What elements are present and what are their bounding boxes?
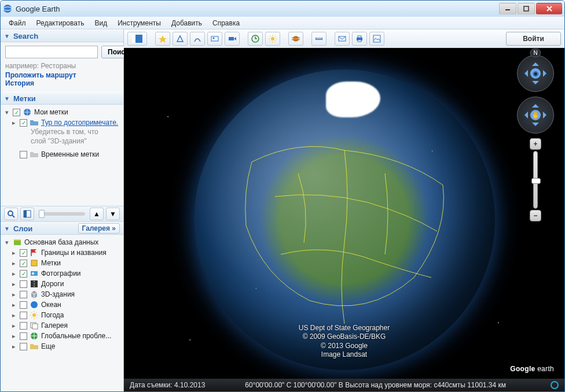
- chevron-down-icon: ▼: [4, 225, 10, 232]
- list-item[interactable]: ▸Метки: [10, 258, 121, 268]
- maximize-button[interactable]: [518, 3, 535, 14]
- find-button[interactable]: [4, 208, 18, 220]
- photo-icon: [30, 269, 39, 278]
- search-input[interactable]: [5, 46, 98, 58]
- expand-icon[interactable]: ▸: [10, 280, 17, 288]
- list-item[interactable]: ▸Дороги: [10, 279, 121, 289]
- email-button[interactable]: [335, 32, 350, 46]
- north-label[interactable]: N: [530, 49, 541, 57]
- search-hint: например: Рестораны: [5, 62, 119, 70]
- checkbox[interactable]: [13, 109, 20, 116]
- checkbox[interactable]: [20, 270, 27, 278]
- layers-panel-header[interactable]: ▼ Слои Галерея »: [1, 222, 123, 235]
- expand-icon[interactable]: ▸: [10, 260, 17, 267]
- list-item[interactable]: ▸Океан: [10, 299, 121, 310]
- expand-icon[interactable]: ▸: [10, 119, 17, 127]
- expand-icon[interactable]: ▸: [10, 249, 17, 257]
- menu-view[interactable]: Вид: [90, 18, 112, 28]
- pan-control[interactable]: ✋: [517, 97, 554, 134]
- list-item[interactable]: ▾ Основная база данных: [3, 237, 121, 247]
- globe-icon: [30, 331, 39, 341]
- expand-icon[interactable]: ▸: [10, 270, 17, 278]
- menu-add[interactable]: Добавить: [167, 18, 207, 28]
- record-tour-button[interactable]: [225, 32, 240, 46]
- checkbox[interactable]: [20, 249, 27, 257]
- checkbox[interactable]: [20, 343, 27, 350]
- sidebar-toggle-button[interactable]: [127, 32, 147, 46]
- image-overlay-button[interactable]: [207, 32, 222, 46]
- look-compass[interactable]: N ◉: [517, 55, 554, 92]
- pan-right[interactable]: [543, 112, 550, 119]
- ruler-button[interactable]: [311, 32, 326, 46]
- zoom-out-button[interactable]: −: [530, 210, 541, 221]
- list-item[interactable]: ▸Фотографии: [10, 268, 121, 279]
- history-link[interactable]: История: [5, 79, 34, 87]
- pan-left[interactable]: [521, 112, 528, 119]
- pan-down[interactable]: [532, 123, 539, 130]
- expand-icon[interactable]: ▸: [10, 322, 17, 330]
- directions-link[interactable]: Проложить маршрут: [5, 71, 76, 79]
- menu-file[interactable]: Файл: [4, 18, 31, 28]
- checkbox[interactable]: [20, 260, 27, 267]
- opacity-slider[interactable]: [39, 212, 85, 216]
- checkbox[interactable]: [20, 301, 27, 309]
- checkbox[interactable]: [20, 119, 27, 127]
- checkbox[interactable]: [20, 332, 27, 340]
- signin-button[interactable]: Войти: [506, 32, 561, 46]
- list-item[interactable]: Временные метки: [10, 149, 121, 160]
- pan-up[interactable]: [532, 101, 539, 108]
- list-item[interactable]: ▸Галерея: [10, 320, 121, 331]
- look-right[interactable]: [543, 70, 550, 77]
- close-button[interactable]: [536, 3, 562, 14]
- print-button[interactable]: [352, 32, 367, 46]
- expand-icon[interactable]: ▸: [10, 312, 17, 319]
- expand-icon[interactable]: ▾: [3, 239, 10, 246]
- expand-icon[interactable]: ▾: [3, 109, 10, 116]
- history-button[interactable]: [248, 32, 263, 46]
- places-panel-header[interactable]: ▼ Метки: [1, 92, 123, 105]
- list-item[interactable]: ▸ Тур по достопримечате.: [10, 117, 121, 128]
- planet-button[interactable]: [288, 32, 303, 46]
- down-button[interactable]: ▼: [106, 208, 120, 220]
- list-item[interactable]: ▸Еще: [10, 341, 121, 352]
- zoom-slider[interactable]: [533, 151, 538, 209]
- search-panel-header[interactable]: ▼ Search: [1, 29, 123, 42]
- save-image-button[interactable]: [369, 32, 384, 46]
- sun-button[interactable]: [265, 32, 280, 46]
- label[interactable]: Тур по достопримечате.: [41, 119, 118, 127]
- list-item[interactable]: ▸Границы и названия: [10, 247, 121, 258]
- map-canvas[interactable]: US Dept of State Geographer © 2009 GeoBa…: [124, 48, 564, 391]
- toggle-panel-button[interactable]: [20, 208, 34, 220]
- list-item[interactable]: ▾ Мои метки: [3, 107, 121, 117]
- expand-icon[interactable]: ▸: [10, 291, 17, 298]
- zoom-in-button[interactable]: +: [530, 138, 541, 150]
- list-item[interactable]: ▸Погода: [10, 310, 121, 320]
- gallery-button[interactable]: Галерея »: [78, 223, 120, 234]
- path-button[interactable]: [190, 32, 205, 46]
- menu-edit[interactable]: Редактировать: [32, 18, 89, 28]
- flag-icon: [30, 248, 39, 257]
- checkbox[interactable]: [20, 322, 27, 330]
- hand-icon[interactable]: ✋: [530, 110, 541, 120]
- expand-icon[interactable]: ▸: [10, 332, 17, 340]
- menu-help[interactable]: Справка: [208, 18, 244, 28]
- eye-icon[interactable]: ◉: [530, 68, 541, 79]
- checkbox[interactable]: [20, 280, 27, 288]
- placemark-button[interactable]: [155, 32, 170, 46]
- checkbox[interactable]: [20, 291, 27, 298]
- look-left[interactable]: [521, 70, 528, 77]
- look-up[interactable]: [532, 59, 539, 66]
- menu-tools[interactable]: Инструменты: [113, 18, 166, 28]
- up-button[interactable]: ▲: [90, 208, 104, 220]
- minimize-button[interactable]: [499, 3, 516, 14]
- database-icon: [13, 238, 22, 247]
- earth-globe[interactable]: [194, 69, 495, 370]
- expand-icon[interactable]: ▸: [10, 301, 17, 309]
- list-item[interactable]: ▸Глобальные пробле...: [10, 331, 121, 341]
- list-item[interactable]: ▸3D-здания: [10, 289, 121, 299]
- polygon-button[interactable]: [173, 32, 188, 46]
- look-down[interactable]: [532, 81, 539, 88]
- checkbox[interactable]: [20, 312, 27, 319]
- checkbox[interactable]: [20, 151, 27, 158]
- expand-icon[interactable]: ▸: [10, 343, 17, 350]
